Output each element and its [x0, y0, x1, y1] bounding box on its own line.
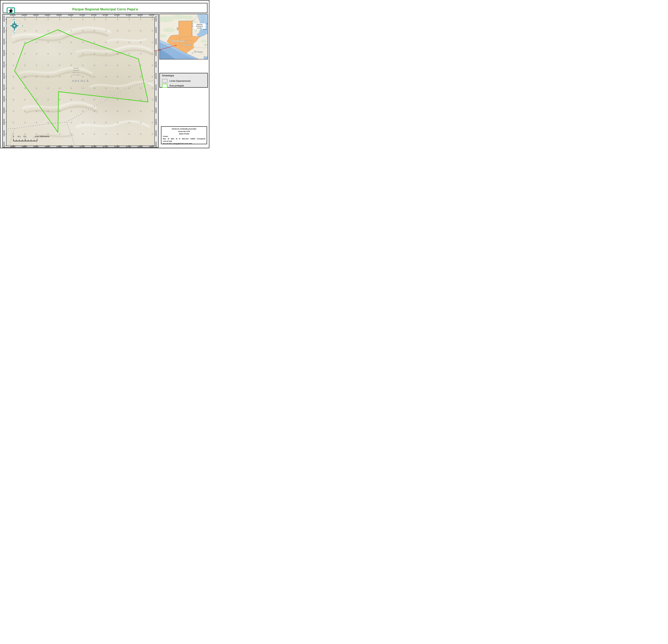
svg-text:N: N [14, 18, 15, 20]
axis-tick-label: 1631000 [3, 83, 5, 92]
legend-swatch-area-protegida [162, 84, 167, 88]
page-title: Parque Regional Municipal Cerro Papa'a [19, 7, 191, 11]
axis-tick-label: 1630400 [3, 117, 5, 127]
department-name-label: SOLOLÁ [72, 79, 90, 82]
axis-tick-label: 417000 [77, 14, 87, 16]
svg-text:0.2: 0.2 [24, 135, 27, 138]
axis-tick-label: 416800 [66, 14, 75, 16]
axis-tick-label: 418000 [135, 146, 145, 148]
info-line-4: Fuente: [163, 135, 205, 138]
info-line-5: Base de datos de la Dirección Análisis G… [163, 138, 205, 140]
info-line-1: Sistema de coordenadas proyectadas [163, 128, 205, 130]
axis-tick-label: 1632000 [3, 26, 5, 35]
svg-text:E: E [22, 25, 24, 27]
map-document-page: CONAP Parque Regional Municipal Cerro Pa… [0, 0, 210, 148]
axis-tick-label: 1630600 [3, 106, 5, 115]
map-frame: ParqueRegionalMunicipalCerro Papa'aSOLOL… [2, 14, 158, 147]
axis-tick-label: 417600 [112, 14, 122, 16]
sea-label-gu: Gu [206, 23, 208, 25]
inset-locator-map: Guatemala B H o n d Gu o Hond Guatemala … [160, 14, 208, 59]
axis-tick-label: 1631600 [3, 48, 5, 58]
axis-tick-label: 417200 [89, 14, 98, 16]
axis-tick-label: 1632200 [3, 14, 5, 23]
svg-text:0: 0 [13, 135, 14, 138]
axis-tick-label: 416400 [43, 146, 52, 148]
svg-text:0.1: 0.1 [18, 135, 21, 138]
legend-label-limite-departamental: Límite Departamental [169, 80, 191, 82]
inset-map: Guatemala B H o n d Gu o Hond Guatemala … [160, 14, 208, 59]
axis-tick-label: 1631400 [3, 60, 5, 69]
axis-tick-label: 417600 [112, 146, 122, 148]
axis-tick-label: 415800 [8, 14, 17, 16]
axis-tick-label: 417000 [77, 146, 87, 148]
note-line-2: territorial no [196, 26, 203, 27]
axis-tick-label: 418000 [135, 14, 145, 16]
info-line-3: Datum WGS84 [163, 132, 205, 135]
capital-city-dot [182, 46, 183, 47]
note-line-1: Diferendo [197, 24, 202, 25]
axis-tick-label: 416000 [20, 14, 29, 16]
axis-tick-label: 1631800 [155, 37, 157, 46]
axis-tick-label: 1630400 [155, 117, 157, 127]
legend: Simbología Límite Departamental Área pro… [160, 73, 208, 88]
svg-text:0.41 Kilómetros: 0.41 Kilómetros [35, 135, 49, 138]
map-canvas: ParqueRegionalMunicipalCerro Papa'aSOLOL… [6, 17, 155, 146]
info-line-7: Base de datos cartografía básica IGN 201… [163, 142, 205, 145]
svg-text:Parque: Parque [73, 67, 79, 69]
axis-tick-label: 416200 [31, 146, 41, 148]
axis-tick-label: 1630000 [3, 140, 5, 148]
projection-info-box: Sistema de coordenadas proyectadas Proye… [161, 126, 207, 144]
axis-tick-label: 1630600 [155, 106, 157, 115]
axis-tick-label: 416800 [66, 146, 75, 148]
svg-text:Cerro Papa'a: Cerro Papa'a [71, 74, 81, 76]
country-label: Guatemala [172, 40, 185, 42]
honduras-label-partial: H o n d [204, 44, 208, 46]
capital-city-label: Guatemala [184, 44, 192, 46]
conap-logo-panel [7, 8, 14, 13]
svg-text:Regional: Regional [73, 69, 79, 71]
legend-title: Simbología [162, 74, 174, 77]
axis-tick-label: 416200 [31, 14, 41, 16]
axis-tick-label: 416600 [55, 146, 64, 148]
axis-tick-label: 1630200 [3, 129, 5, 138]
axis-tick-label: 1631000 [155, 83, 157, 92]
axis-tick-label: 417800 [124, 14, 133, 16]
axis-tick-label: 416000 [20, 146, 29, 148]
protected-area-locator-dot [176, 45, 177, 46]
axis-tick-label: 415800 [8, 146, 17, 148]
axis-tick-label: 1630800 [155, 94, 157, 104]
axis-tick-label: 417200 [89, 146, 98, 148]
note-line-3: resuelto [197, 27, 202, 29]
axis-tick-label: 1631400 [155, 60, 157, 69]
conap-logo [7, 7, 15, 14]
main-map: ParqueRegionalMunicipalCerro Papa'aSOLOL… [6, 17, 155, 146]
info-line-2: Proyección GTM [163, 130, 205, 133]
sea-label-o: o [207, 26, 207, 27]
san-salvador-label: San Salvador [194, 51, 203, 52]
svg-text:S: S [14, 31, 15, 34]
axis-tick-label: 1630800 [3, 94, 5, 104]
axis-tick-label: 1631600 [155, 48, 157, 58]
axis-tick-label: 1631800 [3, 37, 5, 46]
axis-tick-label: 417400 [101, 14, 110, 16]
axis-tick-label: 1632200 [155, 14, 157, 23]
axis-tick-label: 417800 [124, 146, 133, 148]
legend-swatch-limite-departamental [162, 79, 167, 83]
header: CONAP Parque Regional Municipal Cerro Pa… [3, 3, 208, 13]
axis-tick-label: 1632000 [155, 26, 157, 35]
axis-tick-label: 1631200 [3, 71, 5, 81]
info-line-6: CONAP 2026 [163, 140, 205, 143]
axis-tick-label: 1630200 [155, 129, 157, 138]
axis-tick-label: 417400 [101, 146, 110, 148]
axis-tick-label: 1630000 [155, 140, 157, 148]
axis-tick-label: 1631200 [155, 71, 157, 81]
legend-label-area-protegida: Área protegida [169, 84, 184, 87]
monkey-glyph-icon [7, 8, 14, 13]
axis-tick-label: 416600 [55, 14, 64, 16]
svg-text:O: O [5, 25, 7, 27]
axis-tick-label: 416400 [43, 14, 52, 16]
san-salvador-dot [192, 52, 193, 53]
svg-text:Municipal: Municipal [72, 72, 80, 74]
